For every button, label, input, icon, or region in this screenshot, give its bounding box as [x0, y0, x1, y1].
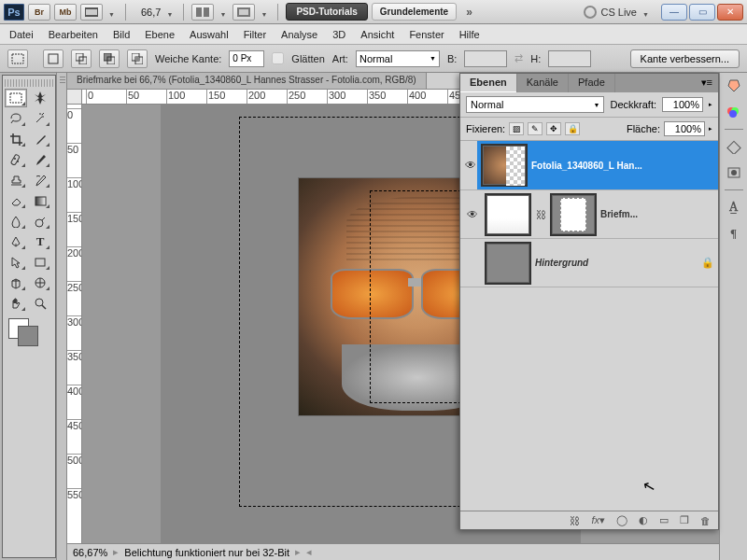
layer-item-photo[interactable]: 👁 Fotolia_1340860_L Han...: [460, 141, 718, 190]
masks-panel-icon[interactable]: [725, 163, 743, 182]
new-layer-icon[interactable]: ❐: [680, 514, 689, 526]
layer-name[interactable]: Fotolia_1340860_L Han...: [531, 161, 714, 171]
menu-auswahl[interactable]: Auswahl: [190, 29, 229, 40]
chevron-right-icon[interactable]: »: [460, 6, 478, 19]
marquee-tool-icon[interactable]: [7, 49, 28, 68]
panel-collapse-grip[interactable]: [56, 73, 67, 560]
dropdown-icon[interactable]: [219, 7, 229, 17]
dropdown-icon[interactable]: [261, 7, 270, 17]
eraser-tool[interactable]: [5, 191, 27, 210]
color-swatches[interactable]: [8, 318, 53, 339]
panel-menu-icon[interactable]: ▾≡: [696, 74, 718, 92]
ruler-vertical[interactable]: 050100150200250300350400450500550: [67, 105, 82, 543]
mask-icon[interactable]: ◯: [616, 514, 627, 526]
path-select-tool[interactable]: [5, 253, 27, 272]
pen-tool[interactable]: [5, 232, 27, 251]
layer-item-hintergrund[interactable]: Hintergrund 🔒: [460, 239, 718, 287]
hand-tool[interactable]: [5, 294, 27, 313]
status-zoom[interactable]: 66,67%: [73, 547, 107, 558]
eyedropper-tool[interactable]: [29, 130, 51, 148]
minimize-button[interactable]: —: [661, 4, 687, 21]
layer-name[interactable]: Briefm...: [600, 209, 714, 219]
document-tab[interactable]: Briefmarke bei 66,7% (Fotolia_1340860_L …: [67, 73, 427, 89]
close-button[interactable]: ✕: [717, 4, 743, 21]
visibility-eye-icon[interactable]: 👁: [464, 208, 481, 221]
menu-datei[interactable]: Datei: [9, 29, 34, 40]
link-layers-icon[interactable]: ⛓: [570, 515, 580, 526]
menu-ansicht[interactable]: Ansicht: [360, 29, 394, 40]
history-brush-tool[interactable]: [29, 171, 51, 189]
workspace-tutorials-button[interactable]: PSD-Tutorials: [286, 3, 367, 21]
ruler-origin[interactable]: [67, 90, 82, 105]
arrange-docs-button[interactable]: [191, 4, 214, 21]
layer-thumbnail[interactable]: [483, 146, 526, 185]
gradient-tool[interactable]: [29, 191, 51, 210]
type-tool[interactable]: T: [29, 232, 51, 251]
style-select[interactable]: Normal▼: [356, 50, 440, 67]
adjustment-icon[interactable]: ◐: [639, 514, 648, 526]
screen-mode2-button[interactable]: [233, 4, 255, 21]
menu-filter[interactable]: Filter: [244, 29, 266, 40]
menu-3d[interactable]: 3D: [332, 29, 345, 40]
selection-new-icon[interactable]: [43, 49, 63, 68]
menu-ebene[interactable]: Ebene: [145, 29, 175, 40]
dodge-tool[interactable]: [29, 212, 51, 231]
shape-tool[interactable]: [29, 253, 51, 272]
cs-live[interactable]: CS Live: [584, 6, 652, 19]
zoom-tool[interactable]: [29, 294, 51, 313]
lock-transparent-icon[interactable]: ▨: [509, 122, 524, 135]
menu-bearbeiten[interactable]: Bearbeiten: [49, 29, 98, 40]
menu-hilfe[interactable]: Hilfe: [459, 29, 480, 40]
dropdown-icon[interactable]: [108, 7, 118, 17]
layer-thumbnail[interactable]: [486, 195, 529, 234]
mask-link-icon[interactable]: ⛓: [535, 209, 546, 220]
minibridge-button[interactable]: Mb: [54, 4, 77, 21]
menu-bild[interactable]: Bild: [113, 29, 130, 40]
panel-grip[interactable]: [5, 79, 53, 87]
layer-mask-thumbnail[interactable]: [552, 195, 595, 234]
maximize-button[interactable]: ▭: [689, 4, 715, 21]
selection-intersect-icon[interactable]: [127, 49, 148, 68]
move-tool[interactable]: [29, 89, 51, 107]
lasso-tool[interactable]: [5, 109, 27, 128]
opacity-input[interactable]: [662, 97, 703, 112]
feather-input[interactable]: [229, 50, 264, 67]
tab-kanaele[interactable]: Kanäle: [517, 74, 569, 92]
selection-add-icon[interactable]: [71, 49, 92, 68]
bridge-button[interactable]: Br: [28, 4, 50, 21]
blend-mode-select[interactable]: Normal▼: [466, 96, 604, 113]
layer-item-briefmarke[interactable]: 👁 ⛓ Briefm...: [460, 190, 718, 239]
stamp-tool[interactable]: [5, 171, 27, 189]
lock-all-icon[interactable]: 🔒: [565, 122, 580, 135]
fx-icon[interactable]: fx▾: [591, 514, 605, 526]
crop-tool[interactable]: [5, 130, 27, 148]
wand-tool[interactable]: [29, 109, 51, 128]
brush-tool[interactable]: [29, 150, 51, 169]
refine-edge-button[interactable]: Kante verbessern...: [630, 49, 740, 68]
visibility-eye-icon[interactable]: 👁: [460, 141, 477, 189]
layer-name[interactable]: Hintergrund: [535, 258, 696, 268]
layer-thumbnail[interactable]: [486, 244, 529, 283]
lock-pixels-icon[interactable]: ✎: [528, 122, 543, 135]
trash-icon[interactable]: 🗑: [700, 515, 711, 526]
menu-fenster[interactable]: Fenster: [409, 29, 444, 40]
workspace-grundelemente-button[interactable]: Grundelemente: [372, 3, 457, 21]
3d-tool[interactable]: [5, 273, 27, 292]
group-icon[interactable]: ▭: [659, 514, 669, 526]
fill-input[interactable]: [664, 121, 705, 136]
marquee-tool[interactable]: [5, 89, 27, 107]
paragraph-panel-icon[interactable]: ¶: [725, 224, 743, 243]
tab-ebenen[interactable]: Ebenen: [460, 74, 517, 92]
blur-tool[interactable]: [5, 212, 27, 231]
menu-analyse[interactable]: Analyse: [281, 29, 317, 40]
screen-mode-button[interactable]: [80, 4, 103, 21]
dropdown-icon[interactable]: [166, 7, 176, 17]
tab-pfade[interactable]: Pfade: [569, 74, 615, 92]
3d-camera-tool[interactable]: [29, 273, 51, 292]
heal-tool[interactable]: [5, 150, 27, 169]
adjustments-panel-icon[interactable]: [725, 137, 743, 156]
selection-subtract-icon[interactable]: [99, 49, 120, 68]
lock-position-icon[interactable]: ✥: [546, 122, 561, 135]
character-panel-icon[interactable]: A̲: [725, 198, 743, 217]
zoom-value[interactable]: 66,7: [141, 7, 161, 18]
